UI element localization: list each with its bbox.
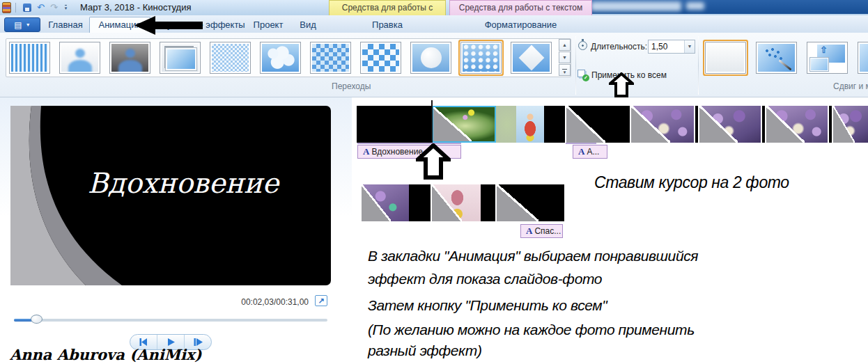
file-menu-button[interactable]: ▤ ▼: [4, 17, 40, 32]
duration-value: 1,50: [651, 42, 667, 52]
timeline-black-segment[interactable]: [409, 184, 431, 221]
transition-diamond-reveal-thumbnail[interactable]: [511, 42, 552, 74]
fade-through-white-preview: [61, 44, 98, 72]
transition-slide-frames-thumbnail[interactable]: [160, 42, 201, 74]
playhead[interactable]: [431, 100, 433, 145]
checkerboard-small-preview: [212, 44, 249, 72]
timeline-clip-flowers1[interactable]: [631, 106, 694, 143]
timeline-black-segment[interactable]: [762, 106, 765, 143]
transitions-group-label: Переходы: [332, 81, 371, 91]
movie-maker-window: ↶ ↷ ▾ Март 3, 2018 - Киностудия Средства…: [0, 0, 868, 364]
redo-icon[interactable]: ↷: [50, 2, 58, 13]
timeline-black-segment[interactable]: [357, 106, 431, 143]
group-separator: [698, 36, 699, 95]
title-clip-spas[interactable]: А Спас...: [520, 224, 563, 238]
vertical-bars-preview: [11, 44, 48, 72]
text-clip-icon: А: [578, 146, 584, 157]
timeline-black-segment[interactable]: [829, 106, 832, 143]
menu-list-icon: ▤: [14, 21, 22, 29]
timeline-black-segment[interactable]: [481, 184, 495, 221]
contextual-header-text-tools: Средства для работы с текстом: [449, 0, 592, 15]
trim-handle[interactable]: [457, 145, 460, 158]
pan-zoom-zoom-in-thumbnail[interactable]: ⇧: [807, 42, 848, 74]
duration-label: Длительность:: [591, 42, 647, 52]
tab-edit[interactable]: Правка: [329, 17, 446, 33]
circle-reveal-preview: [412, 44, 449, 72]
annotation-step-line: эффект для показа слайдов-фото: [368, 271, 602, 287]
window-title: Март 3, 2018 - Киностудия: [80, 2, 191, 13]
annotation-arrow-up-playhead: [416, 143, 451, 180]
ribbon: ▲ ▼ ▾ Длительность: 1,50 ▼ Применить ко …: [0, 33, 868, 97]
annotation-step-line: разный эффект): [368, 342, 482, 359]
timeline-black-segment[interactable]: [544, 106, 565, 143]
seek-bar-thumb[interactable]: [31, 315, 42, 324]
tab-home[interactable]: Главная: [42, 17, 89, 33]
transition-dots-grid-thumbnail[interactable]: [460, 42, 502, 74]
transition-checkerboard-small-thumbnail[interactable]: [210, 42, 251, 74]
timeline-clip-flowers3[interactable]: [766, 106, 828, 143]
tab-view[interactable]: Вид: [291, 17, 325, 33]
transition-fade-through-white-thumbnail[interactable]: [59, 42, 100, 74]
timeline-clip-purple[interactable]: [362, 184, 409, 221]
transition-triangle-icon: [833, 106, 855, 143]
timeline-clip-flowers4[interactable]: [833, 106, 868, 143]
separator: [15, 3, 16, 13]
transition-circle-reveal-thumbnail[interactable]: [410, 42, 451, 74]
tab-project[interactable]: Проект: [245, 17, 291, 33]
timeline-clip-heart[interactable]: [432, 106, 496, 143]
transition-clouds-dissolve-thumbnail[interactable]: [260, 42, 301, 74]
transition-triangle-icon: [362, 184, 391, 221]
none-preview: [707, 44, 744, 72]
pan-zoom-auto-effect-wand-thumbnail[interactable]: [756, 42, 797, 74]
customize-qat-dropdown-icon[interactable]: ▾: [65, 5, 68, 10]
save-icon[interactable]: [23, 3, 31, 12]
pan-zoom-none-thumbnail[interactable]: [705, 42, 746, 74]
timeline-clip-black[interactable]: [566, 106, 630, 143]
title-clip-a[interactable]: А А...: [573, 145, 607, 159]
transition-fade-through-black-thumbnail[interactable]: [109, 42, 150, 74]
transition-triangle-icon: [631, 106, 670, 143]
person-silhouette-icon: [111, 44, 148, 72]
transition-triangle-icon: [497, 184, 538, 221]
transition-triangle-icon: [432, 184, 462, 221]
contextual-header-video-tools: Средства для работы с видео: [329, 0, 446, 15]
transition-vertical-bars-thumbnail[interactable]: [9, 42, 50, 74]
annotation-step-line: (По желанию можно на каждое фото примени…: [368, 322, 695, 338]
title-clip-label: А...: [587, 147, 599, 157]
transition-checkerboard-large-thumbnail[interactable]: [360, 42, 401, 74]
apply-to-all-icon: [578, 70, 588, 79]
mosaic-dissolve-preview: [312, 44, 349, 72]
title-bar: ↶ ↷ ▾ Март 3, 2018 - Киностудия Средства…: [0, 0, 868, 15]
fullscreen-preview-icon[interactable]: ↗: [315, 295, 327, 306]
duration-combobox[interactable]: 1,50 ▼: [648, 40, 695, 54]
duration-stopwatch-icon: [578, 41, 587, 50]
chevron-down-icon[interactable]: ▼: [684, 40, 695, 53]
app-icon: [2, 2, 11, 13]
trim-handle[interactable]: [561, 225, 563, 237]
timeline-black-segment[interactable]: [695, 106, 698, 143]
gallery-scroll-up-button[interactable]: ▲: [559, 39, 571, 51]
trim-handle[interactable]: [358, 145, 362, 158]
text-clip-icon: А: [363, 146, 369, 157]
title-clip-label: Вдохновение: [371, 147, 423, 157]
title-clip-label: Спас...: [534, 226, 561, 236]
quick-access-toolbar: ↶ ↷ ▾: [2, 1, 67, 14]
undo-icon[interactable]: ↶: [37, 2, 45, 13]
transition-mosaic-dissolve-thumbnail[interactable]: [310, 42, 351, 74]
gallery-scroll-down-button[interactable]: ▼: [559, 52, 571, 63]
trim-handle[interactable]: [603, 145, 607, 158]
timeline-clip-woman[interactable]: [432, 184, 481, 221]
timeline-clip-flowers2[interactable]: [699, 106, 761, 143]
timeline-clip-doll[interactable]: [516, 106, 544, 143]
diamond-reveal-preview: [513, 44, 550, 72]
seek-bar[interactable]: [14, 319, 327, 322]
gallery-more-button[interactable]: ▾: [559, 64, 571, 76]
timeline-clip-black[interactable]: [497, 184, 564, 221]
annotation-cursor-note: Ставим курсор на 2 фото: [594, 173, 789, 192]
pan-zoom-clipped-edge-thumbnail[interactable]: [858, 42, 868, 74]
trim-handle[interactable]: [573, 145, 577, 158]
trim-handle[interactable]: [521, 225, 525, 237]
blurred-tab: [591, 1, 681, 11]
tab-format[interactable]: Форматирование: [449, 17, 592, 33]
timeline-clip-ghost[interactable]: [496, 106, 516, 143]
